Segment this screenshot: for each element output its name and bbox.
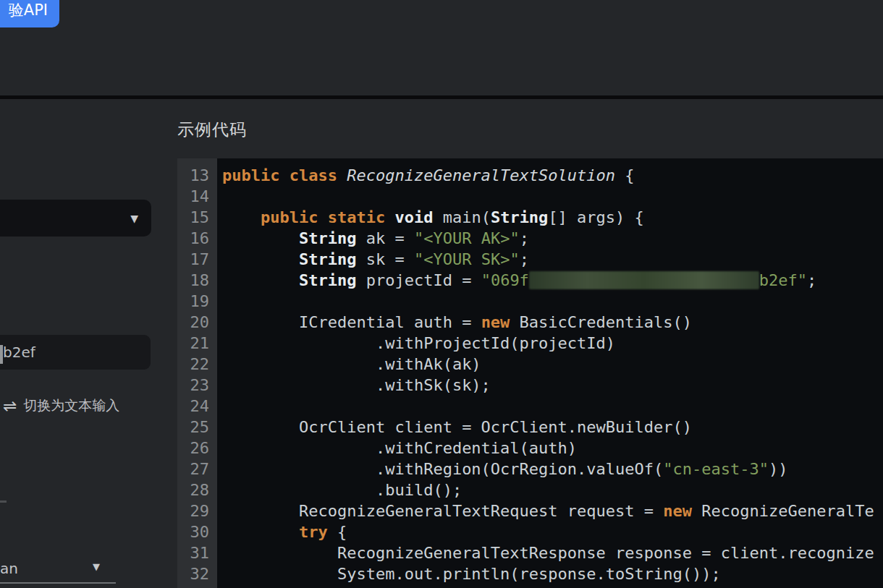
chevron-down-icon: ▼	[130, 213, 138, 223]
code-line: RecognizeGeneralTextResponse response = …	[222, 542, 883, 563]
experience-api-button[interactable]: 验API	[0, 0, 59, 27]
code-token: String	[299, 271, 356, 289]
gutter-line-number: 17	[177, 249, 209, 270]
code-token: public class	[222, 166, 347, 184]
code-token: ;	[520, 250, 529, 268]
gutter-line-number: 18	[177, 270, 209, 291]
code-content: public class RecognizeGeneralTextSolutio…	[217, 158, 883, 588]
gutter-line-number: 26	[177, 438, 209, 459]
code-line: String sk = "<YOUR SK>";	[222, 249, 883, 270]
code-token: void	[394, 208, 433, 226]
swap-icon: ⇌	[3, 398, 17, 414]
code-token: String	[299, 250, 356, 268]
code-token: new	[481, 313, 510, 331]
code-line: public static void main(String[] args) {	[222, 207, 883, 228]
gutter-line-number: 27	[177, 459, 209, 480]
code-line: .withAk(ak)	[222, 354, 883, 375]
code-line: try {	[222, 521, 883, 542]
clipped-text-fragment	[0, 345, 3, 364]
code-gutter: 1314151617181920212223242526272829303132	[177, 158, 217, 588]
code-token: .withAk(ak)	[222, 355, 481, 373]
code-token	[222, 523, 299, 541]
chevron-down-icon: ▼	[93, 562, 100, 571]
code-line: String projectId = "069fb2ef";	[222, 270, 883, 291]
gutter-line-number: 32	[177, 563, 209, 584]
code-token: ak =	[356, 229, 413, 247]
code-token: RecognizeGeneralTextSolution	[347, 166, 615, 184]
code-token: ))	[769, 460, 788, 478]
code-line	[222, 396, 883, 417]
code-token: .withProjectId(projectId)	[222, 334, 615, 352]
sample-code-title: 示例代码	[177, 119, 247, 141]
code-token: .build();	[222, 481, 462, 499]
gutter-line-number: 29	[177, 500, 209, 521]
gutter-line-number: 25	[177, 417, 209, 438]
switch-to-text-input-label: 切换为文本输入	[23, 396, 119, 415]
code-token: OcrClient client = OcrClient.newBuilder(…	[222, 418, 692, 436]
header-divider	[0, 95, 883, 99]
service-dropdown[interactable]: ▼	[0, 200, 151, 237]
code-token: [] args) {	[548, 208, 643, 226]
code-line	[222, 291, 883, 312]
code-line: .build();	[222, 480, 883, 500]
code-line: .withSk(sk);	[222, 375, 883, 396]
code-line: .withProjectId(projectId)	[222, 333, 883, 354]
code-line: ICredential auth = new BasicCredentials(…	[222, 312, 883, 333]
code-editor: 1314151617181920212223242526272829303132…	[177, 158, 883, 588]
gutter-line-number: 23	[177, 375, 209, 396]
code-token: "cn-east-3"	[663, 460, 769, 478]
code-token: RecognizeGeneralTe	[692, 502, 874, 520]
code-token	[222, 250, 299, 268]
code-token	[222, 229, 299, 247]
code-token: System.out.println(response.toString());	[222, 565, 721, 583]
language-select[interactable]: an ▼	[0, 558, 116, 584]
ocr-console-page: 验API ▼ b2ef ⇌ 切换为文本输入 an ▼ 示例代码 13141516…	[0, 0, 883, 588]
gutter-line-number: 24	[177, 396, 209, 417]
gutter-line-number: 16	[177, 228, 209, 249]
code-line	[222, 186, 883, 207]
switch-to-text-input-link[interactable]: ⇌ 切换为文本输入	[3, 396, 119, 415]
code-token: RecognizeGeneralTextResponse response = …	[222, 544, 874, 562]
gutter-line-number: 28	[177, 480, 209, 500]
redacted-project-id	[529, 271, 759, 289]
code-token: "<YOUR SK>"	[414, 250, 520, 268]
code-token: "069f	[481, 271, 529, 289]
code-token: projectId =	[356, 271, 481, 289]
gutter-line-number: 14	[177, 186, 209, 207]
code-token: .withRegion(OcrRegion.valueOf(	[222, 460, 663, 478]
gutter-line-number: 19	[177, 291, 209, 312]
gutter-line-number: 31	[177, 542, 209, 563]
code-token: b2ef"	[759, 271, 807, 289]
gutter-line-number: 13	[177, 165, 209, 186]
code-token: new	[663, 502, 692, 520]
code-token: .withSk(sk);	[222, 376, 491, 394]
code-token: sk =	[356, 250, 413, 268]
code-token: "<YOUR AK>"	[414, 229, 520, 247]
code-token: .withCredential(auth)	[222, 439, 577, 457]
code-token: String	[299, 229, 356, 247]
gutter-line-number: 21	[177, 333, 209, 354]
gutter-line-number: 15	[177, 207, 209, 228]
code-token	[222, 208, 261, 226]
code-token: ;	[520, 229, 529, 247]
code-token: {	[615, 166, 635, 184]
code-token: ;	[807, 271, 816, 289]
code-token: main(	[433, 208, 490, 226]
code-line: String ak = "<YOUR AK>";	[222, 228, 883, 249]
code-token: ICredential auth =	[222, 313, 481, 331]
gutter-line-number: 22	[177, 354, 209, 375]
code-line: public class RecognizeGeneralTextSolutio…	[222, 165, 883, 186]
code-line: .withCredential(auth)	[222, 438, 883, 459]
code-token: String	[491, 208, 548, 226]
code-line: RecognizeGeneralTextRequest request = ne…	[222, 500, 883, 521]
code-token	[222, 271, 299, 289]
code-token: {	[328, 523, 347, 541]
code-token: try	[299, 523, 328, 541]
code-token: public static	[261, 208, 394, 226]
code-line: System.out.println(response.toString());	[222, 563, 883, 584]
code-token: BasicCredentials()	[510, 313, 692, 331]
code-token: RecognizeGeneralTextRequest request =	[222, 502, 663, 520]
code-line: .withRegion(OcrRegion.valueOf("cn-east-3…	[222, 459, 883, 480]
project-id-input[interactable]: b2ef	[0, 335, 151, 370]
gutter-line-number: 30	[177, 521, 209, 542]
